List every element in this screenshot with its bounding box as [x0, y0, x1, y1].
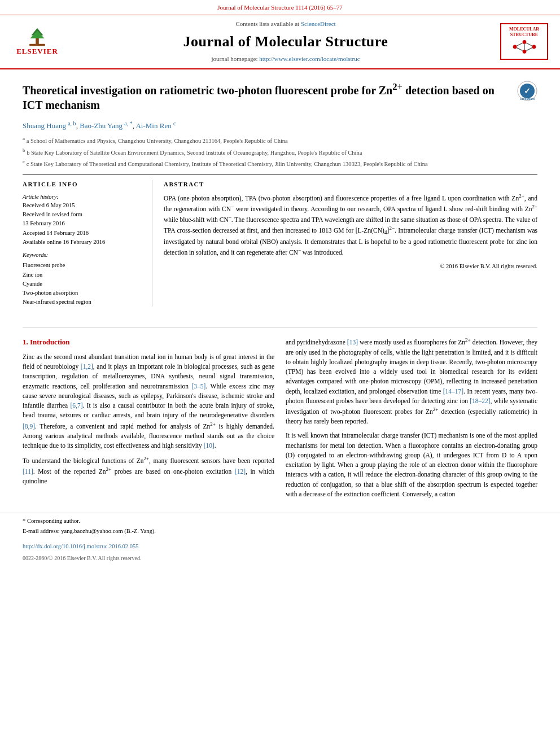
svg-line-10 — [526, 48, 532, 51]
copyright-line: © 2016 Elsevier B.V. All rights reserved… — [164, 262, 537, 270]
abstract-text: OPA (one-photon absorption), TPA (two-ph… — [164, 193, 537, 257]
article-history: Article history: Received 6 May 2015 Rec… — [23, 193, 144, 246]
elsevier-tree-svg — [20, 27, 54, 46]
svg-point-7 — [522, 50, 526, 54]
affiliation-a: a a School of Mathematics and Physics, C… — [23, 135, 537, 145]
kw-zinc-ion: Zinc ion — [23, 270, 144, 279]
mol-struct-svg — [505, 37, 544, 56]
section-divider — [23, 327, 537, 327]
history-online: Available online 16 February 2016 — [23, 238, 144, 246]
sciencedirect-link[interactable]: ScienceDirect — [301, 20, 336, 27]
elsevier-text: ELSEVIER — [16, 46, 58, 57]
body-columns: 1. Introduction Zinc as the second most … — [0, 337, 560, 504]
affiliation-b: b b State Key Laboratory of Satellite Oc… — [23, 147, 537, 157]
svg-line-11 — [517, 48, 522, 51]
svg-point-4 — [513, 45, 517, 49]
journal-top-bar: Journal of Molecular Structure 1114 (201… — [0, 0, 560, 15]
svg-line-9 — [526, 43, 532, 46]
abstract-label: ABSTRACT — [164, 180, 537, 189]
bottom-copyright: 0022-2860/© 2016 Elsevier B.V. All right… — [0, 553, 560, 565]
journal-top-bar-text: Journal of Molecular Structure 1114 (201… — [217, 4, 343, 11]
email-note: E-mail address: yang.baozhu@yahoo.com (B… — [23, 527, 537, 535]
article-info-label: ARTICLE INFO — [23, 180, 144, 189]
history-accepted: Accepted 14 February 2016 — [23, 229, 144, 237]
mol-struct-label: MOLECULARSTRUCTURE — [509, 27, 539, 37]
history-received: Received 6 May 2015 — [23, 201, 144, 209]
history-revised-label: Received in revised form — [23, 210, 144, 219]
body-para-4: It is well known that intramolecular cha… — [286, 431, 537, 499]
kw-near-infrared: Near-infrared spectral region — [23, 298, 144, 306]
kw-cyanide: Cyanide — [23, 279, 144, 288]
article-meta-row: ARTICLE INFO Article history: Received 6… — [23, 174, 537, 307]
homepage-link[interactable]: http://www.elsevier.com/locate/molstruc — [259, 55, 360, 62]
doi-link[interactable]: http://dx.doi.org/10.1016/j.molstruc.201… — [23, 543, 138, 549]
header-center: Contents lists available at ScienceDirec… — [78, 20, 493, 64]
crossmark-icon: ✓ CrossMark — [517, 81, 537, 101]
authors: Shuang Huang a, b, Bao-Zhu Yang a, *, Ai… — [23, 120, 537, 132]
section1-heading: 1. Introduction — [23, 337, 274, 348]
affiliations: a a School of Mathematics and Physics, C… — [23, 135, 537, 168]
email-link[interactable]: yang.baozhu@yahoo.com — [61, 528, 123, 534]
elsevier-logo-area: ELSEVIER — [9, 26, 71, 57]
article-title-row: Theoretical investigation on ratiometric… — [23, 81, 537, 113]
svg-point-5 — [522, 40, 526, 44]
body-para-3: and pyridinehydrazone [13] were mostly u… — [286, 337, 537, 426]
article-info-col: ARTICLE INFO Article history: Received 6… — [23, 180, 152, 307]
footnote-section: * Corresponding author. E-mail address: … — [0, 513, 560, 539]
body-para-1: Zinc as the second most abundant transit… — [23, 352, 274, 451]
kw-fluorescent-probe: Fluorescent probe — [23, 261, 144, 269]
svg-text:CrossMark: CrossMark — [520, 97, 535, 101]
affiliation-c: c c State Key Laboratory of Theoretical … — [23, 158, 537, 168]
corresponding-author-note: * Corresponding author. — [23, 517, 537, 525]
kw-two-photon: Two-photon absorption — [23, 289, 144, 297]
mol-struct-logo-area: MOLECULARSTRUCTURE — [500, 23, 551, 60]
svg-rect-0 — [36, 38, 39, 45]
doi-section: http://dx.doi.org/10.1016/j.molstruc.201… — [0, 540, 560, 553]
svg-line-8 — [517, 43, 522, 46]
abstract-col: ABSTRACT OPA (one-photon absorption), TP… — [164, 180, 537, 307]
mol-struct-box: MOLECULARSTRUCTURE — [500, 23, 548, 60]
elsevier-logo: ELSEVIER — [9, 26, 65, 57]
article-content: Theoretical investigation on ratiometric… — [0, 69, 560, 318]
homepage-line: journal homepage: http://www.elsevier.co… — [78, 55, 493, 64]
header-banner: ELSEVIER Contents lists available at Sci… — [0, 15, 560, 69]
svg-point-6 — [532, 45, 536, 49]
history-revised-date: 13 February 2016 — [23, 219, 144, 228]
body-col-left: 1. Introduction Zinc as the second most … — [23, 337, 274, 504]
page: Journal of Molecular Structure 1114 (201… — [0, 0, 560, 747]
body-para-2: To understand the biological functions o… — [23, 455, 274, 486]
article-title-text: Theoretical investigation on ratiometric… — [23, 81, 517, 113]
journal-title: Journal of Molecular Structure — [78, 31, 493, 53]
body-col-right: and pyridinehydrazone [13] were mostly u… — [286, 337, 537, 504]
history-title: Article history: — [23, 193, 144, 201]
keywords-title: Keywords: — [23, 251, 144, 259]
contents-line: Contents lists available at ScienceDirec… — [78, 20, 493, 29]
svg-text:✓: ✓ — [524, 86, 531, 95]
keywords-section: Keywords: Fluorescent probe Zinc ion Cya… — [23, 251, 144, 306]
svg-rect-3 — [29, 44, 45, 46]
